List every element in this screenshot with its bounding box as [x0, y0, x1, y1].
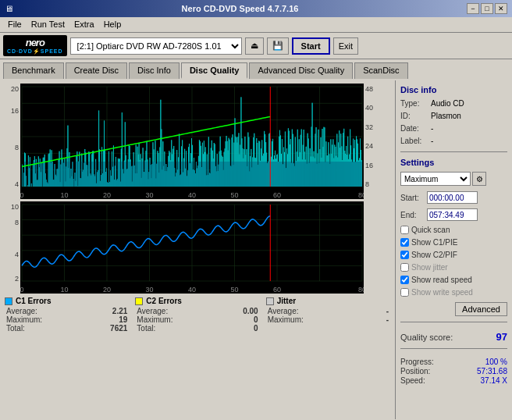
top-chart-canvas	[20, 84, 364, 199]
menu-run-test[interactable]: Run Test	[27, 19, 69, 30]
progress-label: Progress:	[400, 358, 434, 366]
progress-row: Progress: 100 %	[400, 358, 507, 366]
show-c2-pif-checkbox[interactable]	[400, 251, 409, 259]
c1-title: C1 Errors	[16, 297, 52, 305]
tab-create-disc[interactable]: Create Disc	[66, 62, 127, 79]
show-read-speed-checkbox[interactable]	[400, 276, 409, 284]
chart-top-yr-8: 8	[365, 180, 369, 188]
position-value: 57:31.68	[477, 367, 507, 376]
main-content: 20 16 8 4 48 40 32 24 16 8 10 8	[0, 80, 512, 419]
show-c2-pif-row: Show C2/PIF	[400, 251, 507, 259]
menu-help[interactable]: Help	[99, 19, 126, 30]
show-read-speed-label: Show read speed	[411, 276, 472, 284]
close-button[interactable]: ✕	[495, 3, 507, 14]
jitter-color-indicator	[266, 297, 274, 305]
title-bar-icon: 🖥	[5, 4, 13, 13]
end-time-label: End:	[400, 211, 424, 219]
minimize-button[interactable]: −	[467, 3, 479, 14]
jitter-avg-value: -	[386, 307, 389, 315]
settings-icon-button[interactable]: ⚙	[472, 172, 486, 186]
advanced-button[interactable]: Advanced	[455, 302, 507, 316]
right-panel: Disc info Type: Audio CD ID: Plasmon Dat…	[395, 80, 512, 419]
start-time-input[interactable]	[427, 191, 478, 204]
window-title: Nero CD-DVD Speed 4.7.7.16	[182, 4, 299, 13]
quick-scan-checkbox[interactable]	[400, 226, 409, 234]
c2-total-value: 0	[254, 324, 258, 333]
title-bar: 🖥 Nero CD-DVD Speed 4.7.7.16 − □ ✕	[0, 0, 512, 17]
stats-row: C1 Errors Average: 2.21 Maximum: 19 Tota…	[3, 294, 392, 334]
c2-max-label: Maximum:	[137, 315, 172, 324]
toolbar-eject-button[interactable]: ⏏	[245, 37, 264, 55]
menu-file[interactable]: File	[3, 19, 27, 30]
end-time-input[interactable]	[427, 208, 478, 221]
chart-top-y-4: 4	[15, 180, 19, 188]
disc-label-row: Label: -	[400, 137, 507, 145]
title-bar-buttons: − □ ✕	[467, 3, 507, 14]
drive-dropdown[interactable]: [2:1] Optiarc DVD RW AD-7280S 1.01	[70, 37, 242, 55]
position-row: Position: 57:31.68	[400, 367, 507, 376]
toolbar-save-button[interactable]: 💾	[267, 37, 289, 55]
show-write-speed-checkbox[interactable]	[400, 288, 409, 297]
chart-bot-right-spacer	[364, 201, 381, 294]
c1-total-value: 7621	[110, 324, 127, 333]
show-jitter-checkbox[interactable]	[400, 263, 409, 272]
toolbar: nero CD·DVD⚡SPEED [2:1] Optiarc DVD RW A…	[0, 33, 512, 59]
c1-color-indicator	[5, 297, 12, 305]
chart-top-y-8: 8	[15, 144, 19, 151]
show-jitter-row: Show jitter	[400, 263, 507, 272]
tab-disc-info[interactable]: Disc Info	[129, 62, 180, 79]
menu-bar: File Run Test Extra Help	[0, 17, 512, 33]
start-time-label: Start:	[400, 194, 424, 202]
label-value: -	[431, 137, 433, 145]
id-value: Plasmon	[431, 112, 461, 120]
quality-score-value: 97	[496, 331, 507, 343]
chart-top-yr-16: 16	[365, 162, 373, 169]
c2-title: C2 Errors	[146, 297, 182, 305]
start-button[interactable]: Start	[292, 37, 330, 55]
c2-avg-value: 0.00	[243, 307, 258, 315]
chart-top-y-20: 20	[11, 85, 19, 93]
bottom-chart-canvas	[20, 201, 364, 294]
c2-max-value: 0	[254, 315, 258, 324]
chart-bot-y-2: 2	[15, 275, 19, 283]
chart-top-yr-48: 48	[365, 85, 373, 93]
chart-top-y-16: 16	[11, 107, 19, 115]
maximize-button[interactable]: □	[481, 3, 493, 14]
quick-scan-row: Quick scan	[400, 226, 507, 234]
chart-top-yr-40: 40	[365, 104, 373, 112]
settings-dropdown[interactable]: Maximum	[400, 172, 471, 186]
c1-avg-label: Average:	[6, 307, 37, 315]
nero-logo: nero CD·DVD⚡SPEED	[3, 35, 67, 56]
c2-color-indicator	[135, 297, 143, 305]
speed-value: 37.14 X	[481, 376, 507, 385]
tab-advanced-disc-quality[interactable]: Advanced Disc Quality	[249, 62, 353, 79]
tab-benchmark[interactable]: Benchmark	[3, 62, 64, 79]
chart-bot-y-10: 10	[11, 203, 19, 211]
show-c2-pif-label: Show C2/PIF	[411, 251, 457, 259]
show-write-speed-row: Show write speed	[400, 288, 507, 297]
show-write-speed-label: Show write speed	[411, 288, 473, 297]
c1-max-value: 19	[119, 315, 127, 324]
id-label: ID:	[400, 112, 428, 120]
tab-scandisc[interactable]: ScanDisc	[354, 62, 407, 79]
quick-scan-label: Quick scan	[411, 226, 450, 234]
jitter-avg-label: Average:	[268, 307, 299, 315]
separator-2	[400, 322, 507, 322]
menu-extra[interactable]: Extra	[69, 19, 99, 30]
chart-bot-y-4: 4	[15, 251, 19, 258]
type-value: Audio CD	[431, 99, 464, 108]
c2-errors-box: C2 Errors Average: 0.00 Maximum: 0 Total…	[135, 297, 259, 333]
show-c1-pie-label: Show C1/PIE	[411, 238, 457, 247]
start-time-row: Start:	[400, 191, 507, 204]
c2-total-label: Total:	[137, 324, 155, 333]
chart-area: 20 16 8 4 48 40 32 24 16 8 10 8	[0, 80, 395, 419]
separator-1	[400, 151, 507, 152]
exit-button[interactable]: Exit	[333, 37, 358, 55]
tab-disc-quality[interactable]: Disc Quality	[181, 62, 248, 79]
separator-3	[400, 348, 507, 349]
show-jitter-label: Show jitter	[411, 263, 448, 272]
chart-bot-y-8: 8	[15, 219, 19, 226]
show-c1-pie-checkbox[interactable]	[400, 238, 409, 247]
end-time-row: End:	[400, 208, 507, 221]
settings-title: Settings	[400, 158, 507, 167]
